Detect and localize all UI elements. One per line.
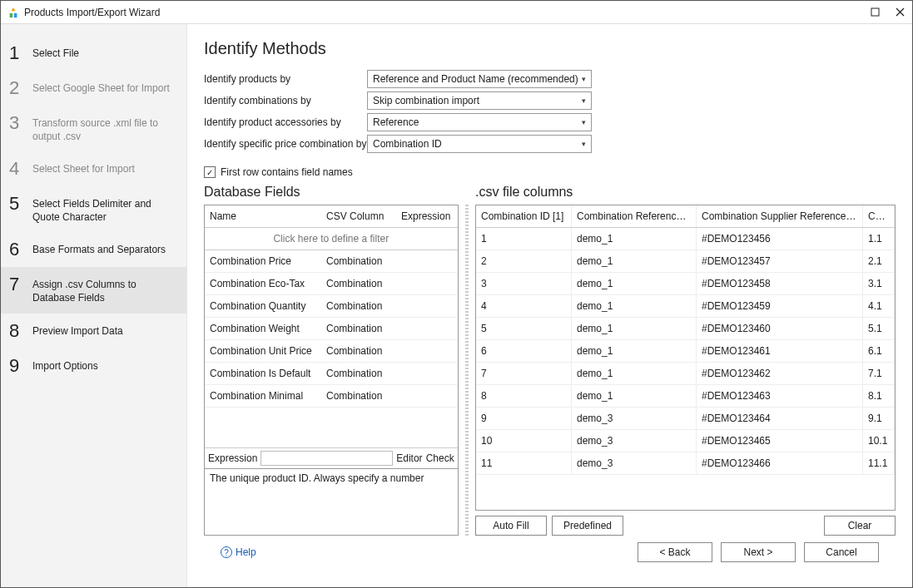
page-title: Identify Methods	[204, 39, 896, 58]
db-cell-expr	[396, 385, 458, 407]
expression-input[interactable]	[261, 451, 393, 466]
table-row[interactable]: 10demo_3#DEMO12346510.1	[476, 430, 895, 452]
wizard-window: Products Import/Export Wizard 1Select Fi…	[0, 0, 913, 588]
expression-check-link[interactable]: Check	[426, 452, 454, 464]
table-row[interactable]: Combination MinimalCombination	[205, 385, 458, 408]
cancel-button[interactable]: Cancel	[804, 542, 879, 562]
maximize-icon[interactable]	[869, 7, 881, 18]
table-row[interactable]: Combination PriceCombination	[205, 250, 458, 273]
app-icon	[7, 7, 19, 18]
table-row[interactable]: Combination Eco-TaxCombination	[205, 273, 458, 295]
csv-cell: demo_1	[572, 340, 697, 362]
csv-cell: 11	[476, 452, 572, 474]
csv-header-truncated[interactable]: Com	[863, 205, 895, 227]
csv-header-combination-reference[interactable]: Combination Reference [2]	[572, 205, 697, 227]
footer: ? Help < Back Next > Cancel	[204, 536, 896, 577]
step-number: 2	[9, 79, 32, 97]
csv-cell: #DEMO123458	[697, 273, 863, 294]
identify-combinations-value: Skip combination import	[373, 95, 479, 106]
table-row[interactable]: 1demo_1#DEMO1234561.1	[476, 228, 895, 250]
table-row[interactable]: 3demo_1#DEMO1234583.1	[476, 273, 895, 295]
identify-price-select[interactable]: Combination ID ▾	[367, 135, 592, 153]
chevron-down-icon: ▾	[582, 96, 586, 105]
table-row[interactable]: Combination Unit PriceCombination	[205, 340, 458, 363]
wizard-step: 2Select Google Sheet for Import	[1, 71, 186, 106]
table-row[interactable]: 2demo_1#DEMO1234572.1	[476, 250, 895, 273]
identify-accessories-select[interactable]: Reference ▾	[367, 113, 592, 131]
identify-form: Identify products by Reference and Produ…	[204, 70, 896, 156]
step-number: 7	[9, 275, 32, 294]
wizard-step[interactable]: 6Base Formats and Separators	[1, 232, 186, 267]
db-filter-row[interactable]: Click here to define a filter	[205, 228, 458, 250]
identify-accessories-label: Identify product accessories by	[204, 116, 367, 128]
table-row[interactable]: 7demo_1#DEMO1234627.1	[476, 363, 895, 385]
csv-cell: 7	[476, 363, 572, 384]
csv-cell: demo_1	[572, 363, 697, 384]
csv-cell: 6	[476, 340, 572, 362]
database-fields-grid: Name CSV Column Expression Click here to…	[204, 205, 459, 469]
first-row-checkbox[interactable]: ✓	[204, 166, 216, 178]
next-button[interactable]: Next >	[721, 542, 796, 562]
main-content: Identify Methods Identify products by Re…	[187, 24, 912, 587]
db-cell-name: Combination Price	[205, 250, 321, 272]
csv-cell: 4.1	[863, 295, 895, 317]
table-row[interactable]: 5demo_1#DEMO1234605.1	[476, 318, 895, 340]
chevron-down-icon: ▾	[582, 118, 586, 126]
table-row[interactable]: 8demo_1#DEMO1234638.1	[476, 385, 895, 408]
db-header-csv[interactable]: CSV Column	[321, 205, 396, 227]
csv-cell: demo_1	[572, 295, 697, 317]
db-cell-expr	[396, 318, 458, 339]
csv-cell: 1	[476, 228, 572, 250]
db-cell-expr	[396, 273, 458, 294]
table-row[interactable]: Combination QuantityCombination	[205, 295, 458, 318]
predefined-button[interactable]: Predefined	[552, 516, 623, 536]
db-header-name[interactable]: Name	[205, 205, 321, 227]
csv-cell: 8	[476, 385, 572, 407]
csv-cell: #DEMO123465	[697, 430, 863, 452]
table-row[interactable]: 9demo_3#DEMO1234649.1	[476, 408, 895, 430]
step-label: Assign .csv Columns to Database Fields	[32, 275, 175, 304]
table-row[interactable]: 4demo_1#DEMO1234594.1	[476, 295, 895, 318]
database-fields-title: Database Fields	[204, 185, 459, 200]
clear-button[interactable]: Clear	[824, 516, 896, 536]
identify-products-select[interactable]: Reference and Product Name (recommended)…	[367, 70, 592, 88]
identify-combinations-select[interactable]: Skip combination import ▾	[367, 91, 592, 110]
csv-header-combination-id[interactable]: Combination ID [1]	[476, 205, 572, 227]
csv-cell: 5	[476, 318, 572, 339]
splitter-handle[interactable]	[465, 205, 469, 536]
csv-action-buttons: Auto Fill Predefined Clear	[475, 511, 896, 536]
first-row-checkbox-label: First row contains field names	[221, 166, 353, 178]
wizard-step[interactable]: 8Preview Import Data	[1, 314, 186, 348]
db-cell-csv: Combination	[321, 273, 396, 294]
step-number: 6	[9, 240, 32, 259]
step-label: Select Fields Delimiter and Quote Charac…	[32, 195, 175, 224]
db-cell-name: Combination Quantity	[205, 295, 321, 317]
wizard-step[interactable]: 9Import Options	[1, 348, 186, 383]
wizard-step[interactable]: 7Assign .csv Columns to Database Fields	[1, 267, 186, 313]
table-row[interactable]: 6demo_1#DEMO1234616.1	[476, 340, 895, 363]
auto-fill-button[interactable]: Auto Fill	[475, 516, 547, 536]
wizard-step[interactable]: 5Select Fields Delimiter and Quote Chara…	[1, 186, 186, 232]
db-header-expr[interactable]: Expression	[396, 205, 458, 227]
table-row[interactable]: Combination WeightCombination	[205, 318, 458, 340]
step-label: Import Options	[32, 357, 175, 373]
csv-cell: demo_1	[572, 273, 697, 294]
help-link[interactable]: ? Help	[221, 546, 256, 558]
table-row[interactable]: 11demo_3#DEMO12346611.1	[476, 452, 895, 475]
expression-row: Expression Editor Check	[205, 447, 458, 468]
csv-cell: demo_1	[572, 318, 697, 339]
db-cell-name: Combination Weight	[205, 318, 321, 339]
expression-editor-link[interactable]: Editor	[396, 452, 422, 464]
wizard-step[interactable]: 1Select File	[1, 36, 186, 71]
close-icon[interactable]	[894, 7, 906, 18]
csv-cell: 6.1	[863, 340, 895, 362]
csv-cell: demo_1	[572, 228, 697, 250]
csv-cell: #DEMO123459	[697, 295, 863, 317]
csv-grid-header: Combination ID [1] Combination Reference…	[476, 205, 895, 228]
csv-header-supplier-reference[interactable]: Combination Supplier Reference [3]	[697, 205, 863, 227]
table-row[interactable]: Combination Is DefaultCombination	[205, 363, 458, 385]
back-button[interactable]: < Back	[638, 542, 712, 562]
wizard-steps-sidebar: 1Select File2Select Google Sheet for Imp…	[1, 24, 187, 587]
step-number: 4	[9, 160, 32, 178]
db-cell-expr	[396, 363, 458, 384]
